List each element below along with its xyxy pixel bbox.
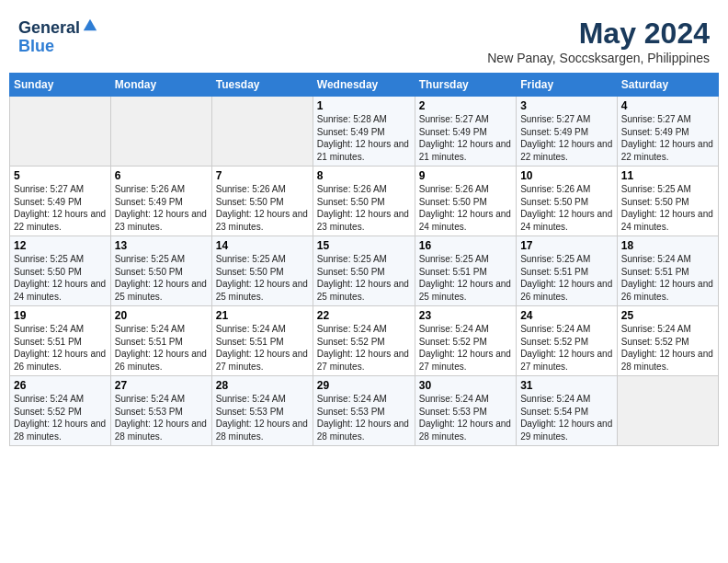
calendar-cell: 4Sunrise: 5:27 AMSunset: 5:49 PMDaylight…: [617, 97, 718, 167]
calendar-cell: 24Sunrise: 5:24 AMSunset: 5:52 PMDayligh…: [517, 306, 618, 376]
calendar-cell: 11Sunrise: 5:25 AMSunset: 5:50 PMDayligh…: [617, 167, 718, 236]
calendar-cell: 13Sunrise: 5:25 AMSunset: 5:50 PMDayligh…: [110, 236, 211, 306]
day-number: 1: [317, 99, 411, 112]
calendar-cell: 15Sunrise: 5:25 AMSunset: 5:50 PMDayligh…: [313, 236, 415, 306]
day-number: 28: [216, 379, 309, 392]
calendar-cell: 28Sunrise: 5:24 AMSunset: 5:53 PMDayligh…: [211, 376, 313, 446]
day-info: Sunrise: 5:27 AMSunset: 5:49 PMDaylight:…: [621, 113, 714, 163]
day-number: 9: [419, 169, 512, 182]
day-number: 13: [115, 239, 208, 252]
day-info: Sunrise: 5:26 AMSunset: 5:50 PMDaylight:…: [419, 183, 512, 233]
day-header-tuesday: Tuesday: [211, 74, 313, 97]
day-number: 17: [520, 239, 613, 252]
day-number: 27: [115, 379, 208, 392]
day-info: Sunrise: 5:25 AMSunset: 5:50 PMDaylight:…: [621, 183, 714, 233]
day-info: Sunrise: 5:26 AMSunset: 5:50 PMDaylight:…: [520, 183, 613, 233]
day-number: 6: [115, 169, 208, 182]
day-number: 20: [115, 309, 208, 322]
calendar-cell: 18Sunrise: 5:24 AMSunset: 5:51 PMDayligh…: [617, 236, 718, 306]
day-number: 7: [216, 169, 309, 182]
day-number: 14: [216, 239, 309, 252]
calendar-cell: 22Sunrise: 5:24 AMSunset: 5:52 PMDayligh…: [313, 306, 415, 376]
day-info: Sunrise: 5:25 AMSunset: 5:50 PMDaylight:…: [14, 253, 107, 303]
day-info: Sunrise: 5:25 AMSunset: 5:51 PMDaylight:…: [419, 253, 512, 303]
calendar-cell: 20Sunrise: 5:24 AMSunset: 5:51 PMDayligh…: [110, 306, 211, 376]
day-header-friday: Friday: [517, 74, 618, 97]
calendar-cell: 8Sunrise: 5:26 AMSunset: 5:50 PMDaylight…: [313, 167, 415, 236]
day-number: 12: [14, 239, 107, 252]
calendar-table: SundayMondayTuesdayWednesdayThursdayFrid…: [9, 73, 719, 446]
calendar-cell: 29Sunrise: 5:24 AMSunset: 5:53 PMDayligh…: [313, 376, 415, 446]
day-info: Sunrise: 5:25 AMSunset: 5:50 PMDaylight:…: [115, 253, 208, 303]
calendar-cell: 25Sunrise: 5:24 AMSunset: 5:52 PMDayligh…: [617, 306, 718, 376]
day-info: Sunrise: 5:24 AMSunset: 5:53 PMDaylight:…: [317, 393, 411, 442]
day-info: Sunrise: 5:27 AMSunset: 5:49 PMDaylight:…: [14, 183, 107, 233]
day-header-thursday: Thursday: [415, 74, 516, 97]
calendar-cell: 30Sunrise: 5:24 AMSunset: 5:53 PMDayligh…: [415, 376, 516, 446]
calendar-cell: [110, 97, 211, 167]
day-number: 18: [621, 239, 714, 252]
day-number: 10: [520, 169, 613, 182]
calendar-cell: [211, 97, 313, 167]
day-info: Sunrise: 5:24 AMSunset: 5:51 PMDaylight:…: [115, 323, 208, 373]
day-header-monday: Monday: [110, 74, 211, 97]
day-number: 5: [14, 169, 107, 182]
calendar-cell: 17Sunrise: 5:25 AMSunset: 5:51 PMDayligh…: [517, 236, 618, 306]
day-number: 25: [621, 309, 714, 322]
day-number: 30: [419, 379, 512, 392]
day-info: Sunrise: 5:24 AMSunset: 5:52 PMDaylight:…: [419, 323, 512, 373]
calendar-cell: 9Sunrise: 5:26 AMSunset: 5:50 PMDaylight…: [415, 167, 516, 236]
day-number: 23: [419, 309, 512, 322]
calendar-cell: 27Sunrise: 5:24 AMSunset: 5:53 PMDayligh…: [110, 376, 211, 446]
main-title: May 2024: [487, 17, 710, 51]
day-number: 21: [216, 309, 309, 322]
svg-marker-0: [84, 19, 97, 31]
day-info: Sunrise: 5:25 AMSunset: 5:50 PMDaylight:…: [216, 253, 309, 303]
day-info: Sunrise: 5:27 AMSunset: 5:49 PMDaylight:…: [419, 113, 512, 163]
day-info: Sunrise: 5:24 AMSunset: 5:52 PMDaylight:…: [520, 323, 613, 373]
day-info: Sunrise: 5:24 AMSunset: 5:51 PMDaylight:…: [14, 323, 107, 373]
calendar-cell: 7Sunrise: 5:26 AMSunset: 5:50 PMDaylight…: [211, 167, 313, 236]
calendar-cell: [10, 97, 111, 167]
day-number: 11: [621, 169, 714, 182]
calendar-cell: 6Sunrise: 5:26 AMSunset: 5:49 PMDaylight…: [110, 167, 211, 236]
day-header-sunday: Sunday: [10, 74, 111, 97]
day-info: Sunrise: 5:24 AMSunset: 5:51 PMDaylight:…: [621, 253, 714, 303]
subtitle: New Panay, Soccsksargen, Philippines: [487, 51, 710, 65]
day-number: 29: [317, 379, 411, 392]
day-info: Sunrise: 5:26 AMSunset: 5:50 PMDaylight:…: [317, 183, 411, 233]
calendar-cell: 10Sunrise: 5:26 AMSunset: 5:50 PMDayligh…: [517, 167, 618, 236]
day-info: Sunrise: 5:24 AMSunset: 5:52 PMDaylight:…: [14, 393, 107, 442]
page-header: General Blue May 2024 New Panay, Soccsks…: [9, 9, 719, 69]
day-number: 16: [419, 239, 512, 252]
day-info: Sunrise: 5:24 AMSunset: 5:52 PMDaylight:…: [621, 323, 714, 373]
day-info: Sunrise: 5:24 AMSunset: 5:52 PMDaylight:…: [317, 323, 411, 373]
calendar-cell: 14Sunrise: 5:25 AMSunset: 5:50 PMDayligh…: [211, 236, 313, 306]
day-info: Sunrise: 5:24 AMSunset: 5:53 PMDaylight:…: [216, 393, 309, 442]
day-info: Sunrise: 5:25 AMSunset: 5:51 PMDaylight:…: [520, 253, 613, 303]
day-info: Sunrise: 5:24 AMSunset: 5:51 PMDaylight:…: [216, 323, 309, 373]
calendar-cell: 1Sunrise: 5:28 AMSunset: 5:49 PMDaylight…: [313, 97, 415, 167]
logo-text: General: [18, 17, 98, 38]
calendar-cell: 3Sunrise: 5:27 AMSunset: 5:49 PMDaylight…: [517, 97, 618, 167]
day-info: Sunrise: 5:25 AMSunset: 5:50 PMDaylight:…: [317, 253, 411, 303]
day-info: Sunrise: 5:27 AMSunset: 5:49 PMDaylight:…: [520, 113, 613, 163]
day-number: 4: [621, 99, 714, 112]
calendar-cell: 31Sunrise: 5:24 AMSunset: 5:54 PMDayligh…: [517, 376, 618, 446]
logo: General Blue: [18, 17, 98, 56]
day-info: Sunrise: 5:26 AMSunset: 5:50 PMDaylight:…: [216, 183, 309, 233]
calendar-cell: 26Sunrise: 5:24 AMSunset: 5:52 PMDayligh…: [10, 376, 111, 446]
logo-text2: Blue: [18, 38, 98, 56]
day-info: Sunrise: 5:24 AMSunset: 5:54 PMDaylight:…: [520, 393, 613, 442]
day-number: 8: [317, 169, 411, 182]
calendar-cell: 2Sunrise: 5:27 AMSunset: 5:49 PMDaylight…: [415, 97, 516, 167]
calendar-cell: 23Sunrise: 5:24 AMSunset: 5:52 PMDayligh…: [415, 306, 516, 376]
day-number: 26: [14, 379, 107, 392]
day-number: 22: [317, 309, 411, 322]
calendar-cell: [617, 376, 718, 446]
day-number: 3: [520, 99, 613, 112]
day-number: 19: [14, 309, 107, 322]
day-info: Sunrise: 5:24 AMSunset: 5:53 PMDaylight:…: [419, 393, 512, 442]
day-header-wednesday: Wednesday: [313, 74, 415, 97]
day-number: 15: [317, 239, 411, 252]
